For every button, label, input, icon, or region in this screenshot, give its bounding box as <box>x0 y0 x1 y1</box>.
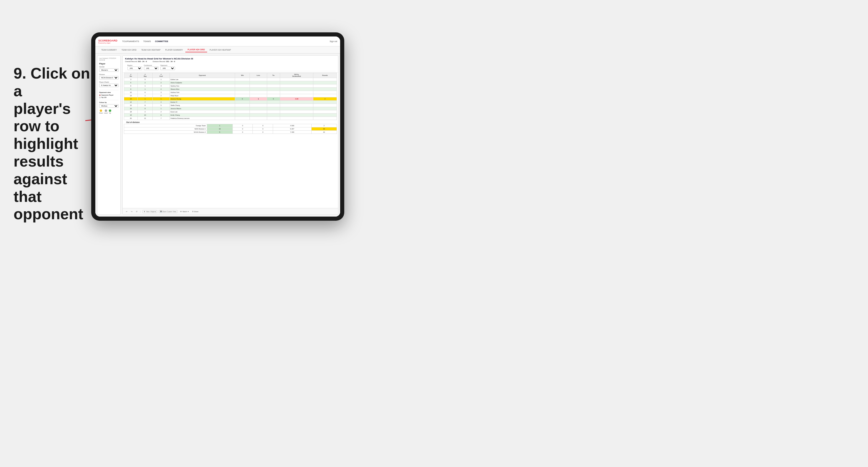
td-loss <box>250 111 267 114</box>
nav-committee[interactable]: COMMITTEE <box>155 39 168 43</box>
save-custom-btn[interactable]: 💾 Save Custom View <box>159 210 178 213</box>
reset-btn[interactable]: ↺ <box>135 210 138 213</box>
td-div: 13 <box>124 94 138 97</box>
td-win <box>235 81 250 85</box>
subnav-team-h2h-grid[interactable]: TEAM H2H GRID <box>119 48 139 52</box>
share-btn[interactable]: ⬆ Share <box>191 210 199 213</box>
td-tie <box>267 85 280 88</box>
opponent-select[interactable]: (All) <box>160 66 175 70</box>
conference-select[interactable]: (All) <box>144 66 159 70</box>
division-select[interactable]: NCAA Division III <box>99 76 119 80</box>
h2h-table: #Div #Reg #Conf Opponent Win Loss Tie Di… <box>124 73 337 120</box>
table-row[interactable]: 13 1 1 Jessica Huang 0 1 0 -3.00 2 <box>124 97 337 101</box>
data-table-wrapper: #Div #Reg #Conf Opponent Win Loss Tie Di… <box>123 73 338 208</box>
table-row[interactable]: 6 1 3 Sydney Kuo <box>124 85 337 88</box>
ood-rounds: 10 <box>311 131 337 134</box>
td-win <box>235 114 250 117</box>
subnav-team-h2h-heatmap[interactable]: TEAM H2H HEATMAP <box>139 48 163 52</box>
sign-out-button[interactable]: Sign out <box>330 40 337 42</box>
th-tie: Tie <box>267 73 280 78</box>
td-reg: 6 <box>138 91 153 94</box>
conference-label: Conference <box>144 64 159 66</box>
td-diff: -3.00 <box>280 97 313 101</box>
table-row[interactable]: 19 10 6 Emily Chang <box>124 114 337 117</box>
region-select[interactable]: (All) <box>127 66 142 70</box>
ood-table: Foreign Team 1 0 0 4.500 2 NAIA Division… <box>124 124 337 134</box>
td-rounds <box>313 88 337 91</box>
td-name: Jessica Mason <box>169 107 235 111</box>
legend-up-dot <box>109 110 111 112</box>
conference-filter: Conference (All) <box>144 64 159 70</box>
view-original-btn[interactable]: 👁 View: Original <box>143 210 157 213</box>
table-row[interactable]: 9 1 4 Sharon Mun <box>124 88 337 91</box>
subnav-team-summary[interactable]: TEAM SUMMARY <box>99 48 119 52</box>
td-rounds <box>313 114 337 117</box>
td-loss <box>250 101 267 104</box>
subnav-player-summary[interactable]: PLAYER SUMMARY <box>163 48 185 52</box>
ood-row[interactable]: NCAA Division 2 5 0 0 7.400 10 <box>124 131 337 134</box>
player-section-title: Player <box>99 63 119 65</box>
td-tie <box>267 107 280 111</box>
td-tie <box>267 104 280 107</box>
table-row[interactable]: 5 2 2 Alexis Sudjianto <box>124 81 337 85</box>
table-row[interactable]: 15 8 5 Stella Chang <box>124 104 337 107</box>
nav-teams[interactable]: TEAMS <box>143 39 151 43</box>
td-div: 14 <box>124 101 138 104</box>
ood-row[interactable]: NAIA Division 1 15 0 0 9.267 30 <box>124 127 337 131</box>
player-rank-label: Player (Rank) <box>99 81 119 83</box>
table-row[interactable]: 14 7 4 Eunice Yi <box>124 101 337 104</box>
table-row[interactable]: 10 6 3 Andrea York <box>124 91 337 94</box>
td-diff <box>280 117 313 120</box>
filter-row: Region (All) Conference (All) Opponent (… <box>125 64 336 71</box>
table-row[interactable]: 3 5 1 Esther Lee <box>124 78 337 81</box>
radio-group: Opponents Played Top 100 <box>99 94 119 98</box>
watch-icon: 👁 <box>180 211 182 213</box>
td-reg: 7 <box>138 101 153 104</box>
colour-by-select[interactable]: Win/loss <box>99 104 119 108</box>
td-tie <box>267 94 280 97</box>
td-diff <box>280 88 313 91</box>
redo-btn[interactable]: ↪ <box>130 210 133 213</box>
radio-opponents-played[interactable]: Opponents Played <box>99 94 119 96</box>
gender-select[interactable]: Women's <box>99 68 119 72</box>
td-loss <box>250 78 267 81</box>
division-label: Division <box>99 73 119 75</box>
annotation-body: Click on aplayer's row tohighlight resul… <box>13 65 90 222</box>
undo-btn[interactable]: ↩ <box>125 210 128 213</box>
legend-down-dot <box>100 110 102 112</box>
td-name: Haeji Hyun <box>169 94 235 97</box>
player-select[interactable]: 8. Katelyn Vo <box>99 84 119 87</box>
td-rounds <box>313 81 337 85</box>
table-row[interactable]: 13 1 2 Haeji Hyun <box>124 94 337 97</box>
ood-rounds: 30 <box>311 127 337 131</box>
subnav-player-h2h-heatmap[interactable]: PLAYER H2H HEATMAP <box>207 48 233 52</box>
td-diff <box>280 85 313 88</box>
ood-rounds: 2 <box>311 124 337 127</box>
th-loss: Loss <box>250 73 267 78</box>
radio-top100[interactable]: Top 100 <box>99 96 119 98</box>
opponent-label: Opponent <box>160 64 175 66</box>
overall-record-label: Overall Record: 353 - 34 - 6 <box>125 61 147 62</box>
table-row[interactable]: 20 11 7 Federica Domecq Lacroze <box>124 117 337 120</box>
main-panel: Katelyn Vo Head-to-Head Grid for Women's… <box>122 55 338 215</box>
table-row[interactable]: 18 2 2 Euna Lee <box>124 111 337 114</box>
td-conf: 6 <box>153 114 169 117</box>
ood-win: 15 <box>207 127 232 131</box>
ood-diff: 4.500 <box>273 124 311 127</box>
ood-row[interactable]: Foreign Team 1 0 0 4.500 2 <box>124 124 337 127</box>
td-div: 20 <box>124 117 138 120</box>
subnav-player-h2h-grid[interactable]: PLAYER H2H GRID <box>185 48 208 52</box>
radio-dot-2 <box>99 97 101 98</box>
sidebar: Last Updated: 27/03/2024 16:55:38 Player… <box>97 55 121 215</box>
table-row[interactable]: 16 9 1 Jessica Mason <box>124 107 337 111</box>
th-rounds: Rounds <box>313 73 337 78</box>
td-conf: 2 <box>153 94 169 97</box>
td-win <box>235 107 250 111</box>
watch-btn[interactable]: 👁 Watch ▾ <box>179 210 189 213</box>
nav-tournaments[interactable]: TOURNAMENTS <box>122 39 139 43</box>
td-diff <box>280 111 313 114</box>
td-conf: 1 <box>153 107 169 111</box>
td-name: Sharon Mun <box>169 88 235 91</box>
legend: Down Level Up <box>99 110 119 114</box>
save-icon: 💾 <box>160 211 162 213</box>
